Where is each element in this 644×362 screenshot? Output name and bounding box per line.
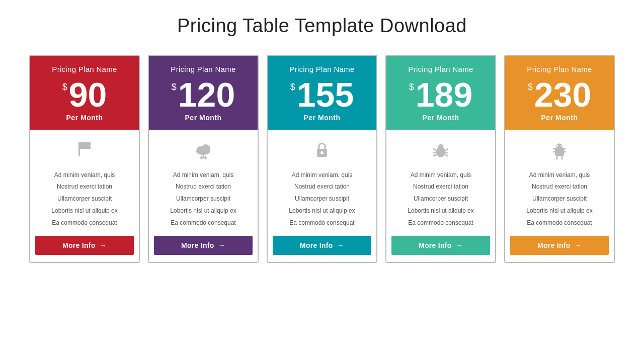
svg-point-3: [201, 144, 210, 153]
card-body-3: Ad minim veniam, quisNostrud exerci tati…: [268, 130, 376, 262]
card-body-2: Ad minim veniam, quisNostrud exerci tati…: [149, 130, 258, 262]
feature-item: Ea commodo consequat: [510, 217, 609, 229]
feature-item: Ullamcorper suscipit: [391, 193, 490, 205]
per-month-1: Per Month: [36, 114, 133, 122]
svg-point-17: [557, 145, 558, 147]
feature-item: Ad minim veniam, quis: [510, 169, 609, 181]
currency-4: $: [409, 82, 414, 92]
svg-rect-0: [78, 142, 80, 156]
feature-item: Ullamcorper suscipit: [273, 193, 371, 205]
feature-item: Ea commodo consequat: [35, 217, 134, 229]
plan-name-5: Pricing Plan Name: [511, 65, 608, 73]
card-body-1: Ad minim veniam, quisNostrud exerci tati…: [30, 130, 139, 262]
feature-item: Ad minim veniam, quis: [391, 169, 490, 181]
price-row-1: $ 90: [36, 77, 133, 112]
feature-item: Lobortis nisl ut aliquip ex: [510, 205, 609, 217]
feature-item: Ad minim veniam, quis: [154, 169, 253, 181]
svg-line-13: [445, 155, 448, 156]
plan-name-1: Pricing Plan Name: [36, 65, 133, 73]
more-info-button-1[interactable]: More Info →: [35, 236, 134, 255]
price-row-4: $ 189: [392, 77, 489, 112]
features-list-3: Ad minim veniam, quisNostrud exerci tati…: [273, 169, 371, 229]
svg-point-15: [442, 145, 443, 146]
arrow-icon-2: →: [218, 241, 225, 249]
feature-item: Ea commodo consequat: [154, 217, 253, 229]
feature-item: Nostrud exerci tation: [510, 181, 609, 193]
card-header-4: Pricing Plan Name $ 189 Per Month: [386, 56, 495, 130]
amount-2: 120: [178, 77, 235, 112]
svg-point-14: [439, 145, 440, 146]
flag-icon-1: [73, 138, 96, 163]
card-header-2: Pricing Plan Name $ 120 Per Month: [149, 56, 258, 130]
pricing-card-4: Pricing Plan Name $ 189 Per Month: [385, 55, 496, 263]
more-info-label-5: More Info: [537, 241, 571, 249]
feature-item: Ullamcorper suscipit: [35, 193, 134, 205]
feature-item: Nostrud exerci tation: [391, 181, 490, 193]
per-month-4: Per Month: [392, 114, 489, 122]
features-list-2: Ad minim veniam, quisNostrud exerci tati…: [154, 169, 253, 229]
feature-item: Ea commodo consequat: [391, 217, 490, 229]
bug-icon-4: [430, 138, 452, 163]
more-info-label-4: More Info: [419, 241, 452, 249]
currency-2: $: [172, 82, 177, 92]
feature-item: Nostrud exerci tation: [154, 181, 253, 193]
svg-line-11: [445, 149, 448, 151]
feature-item: Nostrud exerci tation: [273, 181, 371, 193]
currency-1: $: [62, 82, 67, 92]
svg-point-18: [561, 145, 562, 147]
pricing-card-2: Pricing Plan Name $ 120 Per Month Ad mi: [148, 55, 259, 263]
per-month-5: Per Month: [511, 114, 608, 122]
lock-icon-3: [311, 138, 333, 163]
features-list-4: Ad minim veniam, quisNostrud exerci tati…: [391, 169, 490, 229]
currency-3: $: [290, 82, 295, 92]
more-info-button-3[interactable]: More Info →: [273, 236, 371, 255]
svg-line-8: [434, 149, 436, 151]
more-info-label-3: More Info: [300, 241, 333, 249]
card-header-1: Pricing Plan Name $ 90 Per Month: [30, 56, 139, 130]
more-info-label-2: More Info: [181, 241, 214, 249]
page-title: Pricing Table Template Download: [177, 15, 467, 37]
plan-name-3: Pricing Plan Name: [274, 65, 370, 73]
svg-rect-16: [555, 148, 564, 156]
more-info-button-5[interactable]: More Info →: [510, 236, 609, 255]
feature-item: Ea commodo consequat: [273, 217, 371, 229]
pricing-card-5: Pricing Plan Name $ 230 Per Month: [504, 55, 615, 263]
price-row-2: $ 120: [155, 77, 252, 112]
card-body-4: Ad minim veniam, quisNostrud exerci tati…: [386, 130, 495, 262]
feature-item: Lobortis nisl ut aliquip ex: [35, 205, 134, 217]
card-body-5: Ad minim veniam, quisNostrud exerci tati…: [505, 130, 614, 262]
amount-3: 155: [297, 77, 354, 112]
card-header-3: Pricing Plan Name $ 155 Per Month: [268, 56, 376, 130]
more-info-button-2[interactable]: More Info →: [154, 236, 253, 255]
feature-item: Ullamcorper suscipit: [154, 193, 253, 205]
amount-4: 189: [416, 77, 472, 112]
features-list-5: Ad minim veniam, quisNostrud exerci tati…: [510, 169, 609, 229]
more-info-label-1: More Info: [62, 241, 96, 249]
feature-item: Lobortis nisl ut aliquip ex: [391, 205, 490, 217]
arrow-icon-1: →: [100, 241, 107, 249]
pricing-card-1: Pricing Plan Name $ 90 Per Month Ad mini…: [29, 55, 140, 263]
price-row-3: $ 155: [274, 77, 370, 112]
amount-1: 90: [69, 77, 107, 112]
plan-name-2: Pricing Plan Name: [155, 65, 252, 73]
arrow-icon-3: →: [337, 241, 344, 249]
arrow-icon-4: →: [456, 241, 463, 249]
features-list-1: Ad minim veniam, quisNostrud exerci tati…: [35, 169, 134, 229]
per-month-2: Per Month: [155, 114, 252, 122]
currency-5: $: [528, 82, 533, 92]
arrow-icon-5: →: [575, 241, 582, 249]
android-icon-5: [548, 138, 571, 163]
feature-item: Lobortis nisl ut aliquip ex: [154, 205, 253, 217]
svg-point-5: [320, 151, 324, 154]
feature-item: Ullamcorper suscipit: [510, 193, 609, 205]
feature-item: Ad minim veniam, quis: [273, 169, 371, 181]
svg-line-10: [434, 155, 436, 156]
price-row-5: $ 230: [511, 77, 608, 112]
feature-item: Lobortis nisl ut aliquip ex: [273, 205, 371, 217]
plan-name-4: Pricing Plan Name: [392, 65, 489, 73]
amount-5: 230: [534, 77, 591, 112]
per-month-3: Per Month: [274, 114, 370, 122]
pricing-card-3: Pricing Plan Name $ 155 Per Month Ad min…: [267, 55, 377, 263]
feature-item: Ad minim veniam, quis: [35, 169, 134, 181]
more-info-button-4[interactable]: More Info →: [391, 236, 490, 255]
